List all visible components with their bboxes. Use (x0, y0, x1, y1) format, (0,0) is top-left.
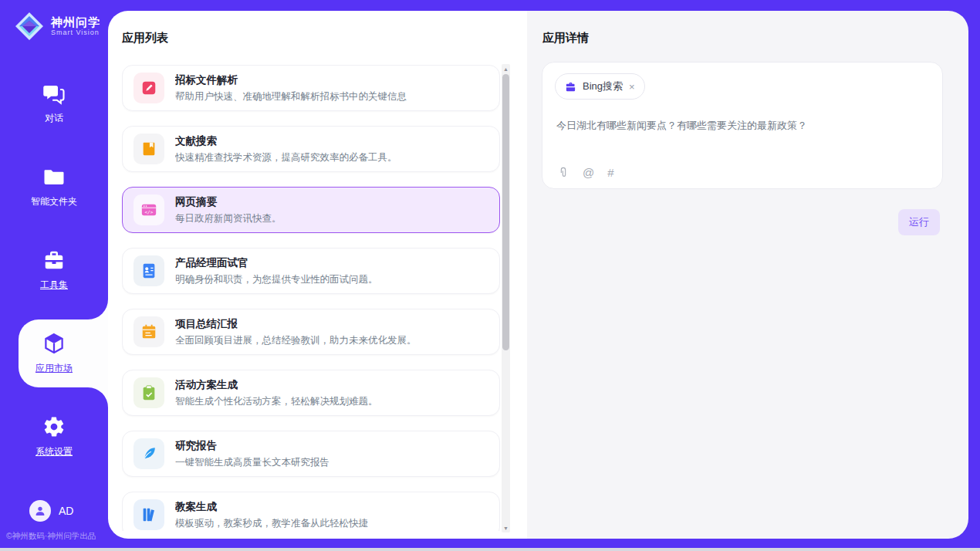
app-card-desc: 全面回顾项目进展，总结经验教训，助力未来优化发展。 (175, 334, 417, 347)
sidebar-item-app-market[interactable]: 应用市场 (0, 312, 108, 395)
app-card-desc: 每日政府新闻资讯快查。 (175, 212, 282, 225)
sidebar-item-settings[interactable]: 系统设置 (0, 395, 108, 478)
gear-icon (42, 415, 66, 438)
chat-icon (42, 82, 66, 105)
attach-toolbar: @ # (556, 166, 614, 179)
scroll-down-icon[interactable]: ▼ (502, 523, 510, 532)
sidebar-nav: 对话智能文件夹工具集应用市场系统设置 (0, 62, 108, 478)
app-card-title: 网页摘要 (175, 195, 282, 209)
person-icon (34, 505, 46, 517)
app-card[interactable]: </>网页摘要每日政府新闻资讯快查。 (122, 187, 500, 233)
app-card-title: 研究报告 (175, 439, 329, 453)
app-card[interactable]: 产品经理面试官明确身份和职责，为您提供专业性的面试问题。 (122, 248, 500, 294)
avatar (29, 500, 51, 522)
books-icon (133, 499, 164, 530)
copyright-text: ©神州数码·神州问学出品 (6, 531, 96, 542)
app-card-title: 项目总结汇报 (175, 317, 417, 331)
app-card-title: 教案生成 (175, 500, 368, 514)
sidebar: 神州问学 Smart Vision 对话智能文件夹工具集应用市场系统设置 AD … (0, 0, 108, 548)
query-input[interactable]: 今日湖北有哪些新闻要点？有哪些需要关注的最新政策？ (556, 118, 928, 134)
note-icon (133, 316, 164, 347)
tool-tag[interactable]: Bing搜索 × (555, 73, 645, 100)
briefcase-icon (565, 81, 576, 93)
hash-icon[interactable]: # (607, 166, 613, 179)
sidebar-item-chat[interactable]: 对话 (0, 62, 108, 145)
resume-icon (133, 255, 164, 286)
app-card[interactable]: 研究报告一键智能生成高质量长文本研究报告 (122, 431, 500, 477)
app-card[interactable]: 活动方案生成智能生成个性化活动方案，轻松解决规划难题。 (122, 370, 500, 416)
app-card[interactable]: 项目总结汇报全面回顾项目进展，总结经验教训，助力未来优化发展。 (122, 309, 500, 355)
app-card[interactable]: 教案生成模板驱动，教案秒成，教学准备从此轻松快捷 (122, 492, 500, 531)
app-card[interactable]: 文献搜索快速精准查找学术资源，提高研究效率的必备工具。 (122, 126, 500, 172)
book-icon (133, 134, 164, 164)
run-button[interactable]: 运行 (898, 209, 940, 235)
tool-tag-label: Bing搜索 (583, 79, 623, 93)
prompt-card: Bing搜索 × 今日湖北有哪些新闻要点？有哪些需要关注的最新政策？ @ # (542, 62, 943, 189)
quill-icon (133, 438, 164, 469)
content-area: 应用列表 招标文件解析帮助用户快速、准确地理解和解析招标书中的关键信息文献搜索快… (108, 11, 968, 539)
app-card-title: 产品经理面试官 (175, 256, 378, 270)
clipboard-check-icon (133, 377, 164, 408)
app-detail-title: 应用详情 (542, 31, 589, 46)
app-card-title: 招标文件解析 (175, 73, 407, 87)
toolbox-icon (42, 248, 66, 272)
brand-name: 神州问学 (51, 15, 100, 29)
brand-logo: 神州问学 Smart Vision (0, 0, 108, 42)
app-card-desc: 帮助用户快速、准确地理解和解析招标书中的关键信息 (175, 90, 407, 103)
sidebar-item-smart-folders[interactable]: 智能文件夹 (0, 145, 108, 228)
sidebar-item-toolset[interactable]: 工具集 (0, 228, 108, 312)
list-scrollbar[interactable]: ▲ ▼ (502, 64, 510, 532)
folder-icon (42, 165, 66, 188)
at-icon[interactable]: @ (583, 166, 594, 179)
app-detail-panel: 应用详情 Bing搜索 × 今日湖北有哪些新闻要点？有哪些需要关注的最新政策？ … (527, 11, 968, 539)
browser-code-icon: </> (133, 194, 164, 225)
user-avatar[interactable]: AD (29, 500, 73, 522)
app-list-title: 应用列表 (122, 31, 168, 46)
app-card-title: 文献搜索 (175, 134, 397, 148)
brand-subtitle: Smart Vision (51, 29, 100, 36)
svg-text:</>: </> (145, 209, 154, 215)
diamond-logo-icon (14, 11, 45, 42)
cube-icon (42, 332, 66, 355)
app-card-desc: 一键智能生成高质量长文本研究报告 (175, 456, 329, 469)
app-card-desc: 快速精准查找学术资源，提高研究效率的必备工具。 (175, 151, 397, 164)
app-frame: 神州问学 Smart Vision 对话智能文件夹工具集应用市场系统设置 AD … (0, 0, 980, 548)
paperclip-icon[interactable] (556, 166, 569, 179)
app-list-panel: 应用列表 招标文件解析帮助用户快速、准确地理解和解析招标书中的关键信息文献搜索快… (108, 11, 527, 539)
app-list: 招标文件解析帮助用户快速、准确地理解和解析招标书中的关键信息文献搜索快速精准查找… (122, 65, 500, 531)
scrollbar-thumb[interactable] (502, 74, 509, 350)
user-initials: AD (59, 505, 73, 517)
app-card[interactable]: 招标文件解析帮助用户快速、准确地理解和解析招标书中的关键信息 (122, 65, 500, 111)
app-card-desc: 智能生成个性化活动方案，轻松解决规划难题。 (175, 395, 378, 408)
app-card-desc: 模板驱动，教案秒成，教学准备从此轻松快捷 (175, 517, 368, 530)
app-card-title: 活动方案生成 (175, 378, 378, 392)
scroll-up-icon[interactable]: ▲ (502, 64, 510, 73)
app-card-desc: 明确身份和职责，为您提供专业性的面试问题。 (175, 273, 378, 286)
pen-square-icon (133, 73, 164, 103)
tag-close-icon[interactable]: × (629, 82, 635, 92)
